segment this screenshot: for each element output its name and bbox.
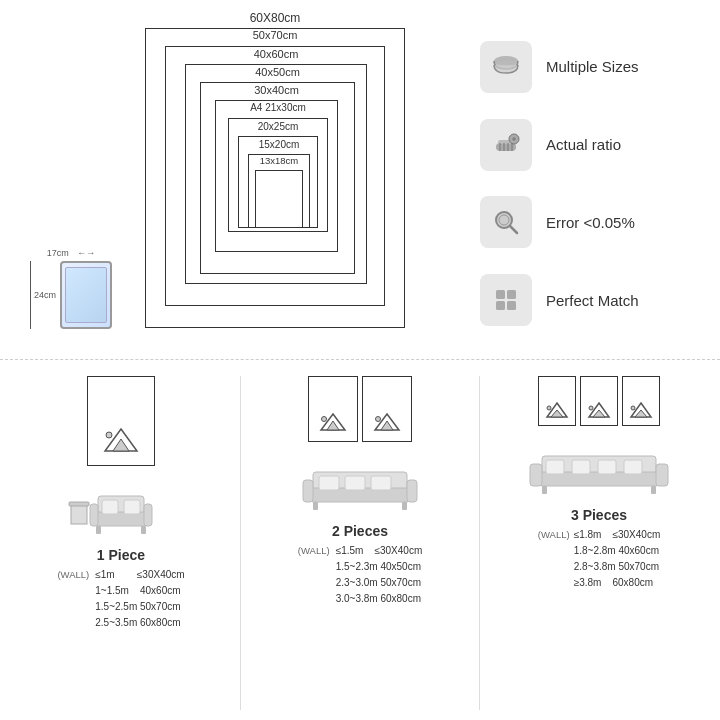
svg-point-49 — [589, 406, 593, 410]
perfect-match-label: Perfect Match — [546, 292, 639, 309]
svg-rect-20 — [69, 502, 89, 506]
size-table-2: (WALL) ≤1.5m ≤30X40cm 1.5~2.3m 40x50cm 2… — [298, 543, 422, 607]
multiple-sizes-icon — [480, 41, 532, 93]
wall-header-3: (WALL) — [538, 527, 570, 591]
size-data-1: ≤1m ≤30X40cm 1~1.5m 40x60cm 1.5~2.5m 50x… — [95, 567, 184, 631]
svg-rect-12 — [496, 290, 505, 299]
piece-section-1: 1 Piece (WALL) ≤1m ≤30X40cm 1~1.5m 40x60… — [10, 376, 232, 710]
feature-multiple-sizes: Multiple Sizes — [480, 41, 700, 93]
svg-rect-14 — [496, 301, 505, 310]
size-table-3: (WALL) ≤1.8m ≤30X40cm 1.8~2.8m 40x60cm 2… — [538, 527, 660, 591]
feature-perfect-match: Perfect Match — [480, 274, 700, 326]
label-15x20: 15x20cm — [259, 139, 300, 150]
artwork-display-1 — [87, 376, 155, 466]
size-data-3: ≤1.8m ≤30X40cm 1.8~2.8m 40x60cm 2.8~3.8m… — [574, 527, 661, 591]
error-label: Error <0.05% — [546, 214, 635, 231]
label-40x60: 40x60cm — [254, 48, 299, 60]
svg-rect-58 — [651, 486, 656, 494]
top-section: 17cm ←→ 24cm 60X80cm — [0, 0, 720, 360]
svg-point-31 — [322, 417, 327, 422]
ipad-width-label: 17cm — [47, 248, 69, 258]
feature-actual-ratio: Actual ratio — [480, 119, 700, 171]
svg-rect-55 — [530, 464, 542, 486]
svg-rect-59 — [546, 460, 564, 474]
svg-rect-61 — [598, 460, 616, 474]
artwork-frame-1 — [87, 376, 155, 466]
svg-rect-28 — [124, 500, 140, 514]
svg-rect-57 — [542, 486, 547, 494]
svg-rect-26 — [141, 526, 146, 534]
svg-rect-37 — [303, 480, 313, 502]
piece-section-2: 2 Pieces (WALL) ≤1.5m ≤30X40cm 1.5~2.3m … — [249, 376, 471, 710]
artwork-frame-3a — [538, 376, 576, 426]
wall-label-1: (WALL) — [57, 567, 89, 631]
svg-rect-56 — [656, 464, 668, 486]
label-13x18: 13x18cm — [260, 155, 299, 166]
label-a4: A4 21x30cm — [250, 102, 306, 113]
artwork-frame-3b — [580, 376, 618, 426]
actual-ratio-icon — [480, 119, 532, 171]
svg-point-18 — [106, 432, 112, 438]
divider-1 — [240, 376, 241, 710]
label-30x40: 30x40cm — [254, 84, 299, 96]
artwork-display-2 — [308, 376, 412, 442]
sofa-svg-1 — [14, 474, 228, 539]
svg-point-52 — [631, 406, 635, 410]
size-table-1: (WALL) ≤1m ≤30X40cm 1~1.5m 40x60cm 1.5~2… — [57, 567, 184, 631]
sofa-svg-2 — [253, 450, 467, 515]
svg-marker-30 — [327, 421, 339, 430]
features-panel: Multiple Sizes Actual ratio — [480, 18, 700, 349]
artwork-display-3 — [538, 376, 660, 426]
svg-rect-23 — [90, 504, 98, 526]
label-60x80: 60X80cm — [250, 11, 301, 25]
svg-rect-15 — [507, 301, 516, 310]
piece-title-1: 1 Piece — [97, 547, 145, 563]
svg-rect-62 — [624, 460, 642, 474]
svg-marker-48 — [593, 410, 605, 417]
svg-point-46 — [547, 406, 551, 410]
svg-rect-60 — [572, 460, 590, 474]
svg-rect-19 — [71, 504, 87, 524]
svg-rect-38 — [407, 480, 417, 502]
ipad-image — [60, 261, 112, 329]
svg-rect-13 — [507, 290, 516, 299]
svg-line-11 — [510, 226, 517, 233]
svg-rect-27 — [102, 500, 118, 514]
svg-point-34 — [376, 417, 381, 422]
size-data-2: ≤1.5m ≤30X40cm 1.5~2.3m 40x50cm 2.3~3.0m… — [336, 543, 423, 607]
artwork-frame-2b — [362, 376, 412, 442]
sofa-svg-3 — [492, 434, 706, 499]
frame-13x18: 13x18cm — [255, 170, 303, 228]
ipad-reference: 17cm ←→ 24cm — [30, 248, 112, 329]
ipad-height-label: 24cm — [34, 290, 56, 300]
svg-marker-45 — [551, 410, 563, 417]
divider-2 — [479, 376, 480, 710]
label-20x25: 20x25cm — [258, 121, 299, 132]
label-50x70: 50x70cm — [253, 29, 298, 41]
feature-error: Error <0.05% — [480, 196, 700, 248]
svg-rect-25 — [96, 526, 101, 534]
svg-marker-33 — [381, 421, 393, 430]
artwork-frame-2a — [308, 376, 358, 442]
svg-rect-42 — [345, 476, 365, 490]
svg-marker-17 — [113, 439, 129, 451]
piece-title-3: 3 Pieces — [571, 507, 627, 523]
multiple-sizes-label: Multiple Sizes — [546, 58, 639, 75]
wall-header-1: (WALL) — [57, 567, 89, 582]
svg-rect-39 — [313, 502, 318, 510]
svg-rect-40 — [402, 502, 407, 510]
label-40x50: 40x50cm — [255, 66, 300, 78]
actual-ratio-label: Actual ratio — [546, 136, 621, 153]
perfect-match-icon — [480, 274, 532, 326]
svg-rect-24 — [144, 504, 152, 526]
svg-marker-51 — [635, 410, 647, 417]
svg-rect-43 — [371, 476, 391, 490]
artwork-frame-3c — [622, 376, 660, 426]
wall-header-2: (WALL) — [298, 543, 330, 607]
svg-rect-41 — [319, 476, 339, 490]
piece-title-2: 2 Pieces — [332, 523, 388, 539]
error-icon — [480, 196, 532, 248]
bottom-section: 1 Piece (WALL) ≤1m ≤30X40cm 1~1.5m 40x60… — [0, 360, 720, 720]
size-diagram: 17cm ←→ 24cm 60X80cm — [30, 18, 480, 349]
piece-section-3: 3 Pieces (WALL) ≤1.8m ≤30X40cm 1.8~2.8m … — [488, 376, 710, 710]
